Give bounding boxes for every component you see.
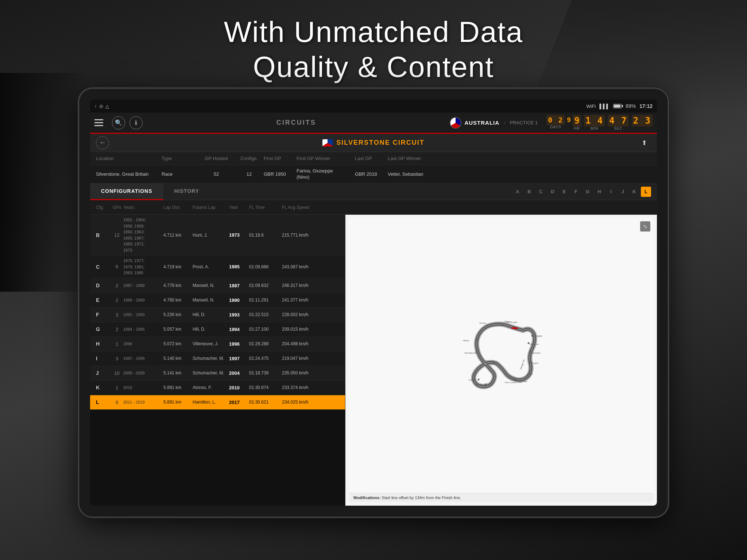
gps-h: 1: [111, 341, 123, 347]
header-last-gp-winner: Last GP Winner: [388, 156, 651, 161]
tabs-row: CONFIGURATIONS HISTORY A B C D E F G H I…: [90, 183, 657, 200]
tab-letter-f[interactable]: F: [571, 187, 581, 197]
expand-map-button[interactable]: ⤡: [640, 221, 650, 232]
data-last-gp-winner: Vettel, Sebastian: [388, 171, 651, 177]
tab-history[interactable]: HISTORY: [163, 183, 210, 200]
circuit-diagram: Copse Maggotts Becketts Chapel: [349, 218, 653, 493]
country-name: AUSTRALIA: [464, 120, 499, 126]
avg-d: 246.317 km/h: [282, 283, 339, 288]
cfg-g: G: [96, 326, 111, 332]
table-row-b[interactable]: B 12 1952 - 1954;1956; 1958;1960; 1963;1…: [90, 215, 345, 256]
tab-configurations[interactable]: CONFIGURATIONS: [90, 183, 163, 200]
svg-text:Woodcote: Woodcote: [476, 383, 487, 385]
fl-i: 01:24.475: [249, 356, 282, 361]
table-row-c[interactable]: C 6 1975; 1977;1979; 1981;1983; 1985 4.7…: [90, 256, 345, 279]
info-button[interactable]: ℹ: [129, 116, 143, 129]
table-row-f[interactable]: F 3 1991 - 1993 5.226 km Hill, D. 1993 0…: [90, 308, 345, 322]
nav-dash: -: [504, 120, 506, 126]
circuit-title-area: SILVERSTONE CIRCUIT: [322, 139, 424, 147]
tab-letter-j[interactable]: J: [618, 187, 628, 197]
map-modification-note: Modifications: Start line offset by 134m…: [349, 493, 653, 502]
gps-f: 3: [111, 312, 123, 318]
svg-text:Maggotts: Maggotts: [530, 343, 539, 345]
australia-flag: [450, 117, 461, 129]
svg-point-13: [478, 378, 480, 380]
svg-point-17: [477, 338, 479, 340]
svg-text:Copse: Copse: [535, 335, 542, 338]
cfg-l: L: [96, 399, 111, 405]
header-first-gp: First GP: [264, 156, 297, 161]
fl-l: 01:30.621: [249, 400, 282, 405]
cfg-b: B: [96, 232, 111, 238]
headline: With Unmatched Data Quality & Content: [0, 15, 747, 85]
menu-line2: [94, 122, 103, 123]
year-f: 1993: [229, 312, 249, 318]
table-row-d[interactable]: D 2 1987 - 1988 4.778 km Mansell, N. 198…: [90, 279, 345, 293]
lap-h: 5.072 km: [163, 341, 193, 346]
share-button[interactable]: ⬆: [638, 136, 651, 149]
cfg-c: C: [96, 264, 111, 270]
table-scroll[interactable]: B 12 1952 - 1954;1956; 1958;1960; 1963;1…: [90, 215, 345, 410]
days-label: DAYS: [546, 125, 565, 129]
sep1: 9: [567, 115, 570, 125]
avg-h: 204.498 km/h: [282, 341, 339, 346]
header-location: Location: [96, 156, 162, 161]
lap-e: 4.780 km: [163, 298, 193, 303]
year-b: 1973: [229, 232, 249, 238]
search-button[interactable]: 🔍: [112, 116, 125, 129]
countdown-sec2: 2 3: [632, 115, 653, 127]
svg-text:Aintree: Aintree: [479, 322, 487, 324]
countdown-min: 1 4 MIN: [584, 115, 605, 131]
th-gps: GPs: [111, 205, 123, 210]
table-row-k[interactable]: K 1 2010 5.891 km Alonso, F. 2010 01:30.…: [90, 381, 345, 395]
fastest-k: Alonso, F.: [193, 385, 229, 390]
table-row-l[interactable]: L 8 2011 - 2019 5.891 km Hamilton, L. 20…: [90, 395, 345, 410]
tab-letter-a[interactable]: A: [512, 187, 523, 197]
back-button[interactable]: ←: [96, 136, 109, 149]
info-data-row: Silverstone, Great Britain Race 52 12 GB…: [90, 165, 657, 183]
tab-letter-b[interactable]: B: [524, 187, 534, 197]
th-lap-dist: Lap Dist.: [163, 205, 193, 210]
fastest-j: Schumacher, M.: [193, 370, 229, 376]
svg-point-28: [527, 374, 529, 376]
fl-c: 01:09.886: [249, 264, 282, 269]
data-gp-hosted: 52: [198, 171, 235, 177]
gps-j: 10: [111, 370, 123, 376]
table-row-j[interactable]: J 10 2000 - 2009 5.141 km Schumacher, M.…: [90, 366, 345, 381]
table-row-g[interactable]: G 2 1994 - 1995 5.057 km Hill, D. 1994 0…: [90, 322, 345, 337]
svg-point-26: [515, 378, 517, 380]
tab-letter-l[interactable]: L: [641, 187, 651, 197]
year-d: 1987: [229, 283, 249, 288]
table-row-e[interactable]: E 2 1989 - 1990 4.780 km Mansell, N. 199…: [90, 293, 345, 308]
lap-d: 4.778 km: [163, 283, 193, 288]
tab-letter-i[interactable]: I: [606, 187, 616, 197]
fastest-l: Hamilton, L.: [193, 400, 229, 405]
track-left: [0, 73, 91, 292]
tab-letter-d[interactable]: D: [547, 187, 558, 197]
menu-button[interactable]: [94, 116, 108, 129]
svg-text:The Loop: The Loop: [485, 360, 494, 362]
years-h: 1996: [123, 342, 163, 346]
tab-letters: A B C D E F G H I J K L: [210, 187, 657, 197]
svg-text:Farm Curve: Farm Curve: [505, 381, 516, 384]
tab-letter-c[interactable]: C: [536, 187, 546, 197]
year-c: 1985: [229, 264, 249, 269]
tab-letter-g[interactable]: G: [582, 187, 593, 197]
table-row-h[interactable]: H 1 1996 5.072 km Villeneuve, J. 1996 01…: [90, 337, 345, 351]
arrow-indicator: [344, 398, 345, 406]
tablet-frame: ↑ ⊙ △ WiFi ▌▌▌ 89% 17:12: [78, 88, 669, 518]
tab-letter-e[interactable]: E: [559, 187, 569, 197]
fl-g: 01:27.100: [249, 327, 282, 332]
year-k: 2010: [229, 385, 249, 390]
battery-icon: [613, 104, 622, 108]
avg-b: 215.771 km/h: [282, 233, 339, 238]
svg-text:Chapel: Chapel: [531, 362, 538, 364]
tab-letter-k[interactable]: K: [629, 187, 639, 197]
fl-e: 01:11.291: [249, 298, 282, 303]
data-last-gp: GBR 2018: [355, 171, 388, 177]
avg-c: 243.087 km/h: [282, 264, 339, 269]
gps-d: 2: [111, 283, 123, 288]
table-row-i[interactable]: I 3 1997 - 1999 5.140 km Schumacher, M. …: [90, 351, 345, 366]
tab-letter-h[interactable]: H: [594, 187, 604, 197]
min-label: MIN: [584, 127, 605, 131]
